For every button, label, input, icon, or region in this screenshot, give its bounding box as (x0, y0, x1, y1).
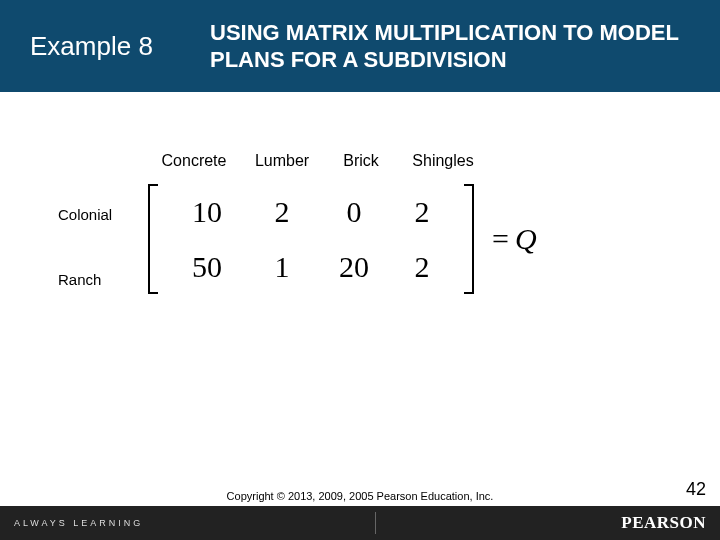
cell-r1c1: 10 (168, 195, 246, 229)
footer-separator-icon (375, 512, 376, 534)
matrix-column-headers: Concrete Lumber Brick Shingles (148, 152, 488, 170)
slide-title: USING MATRIX MULTIPLICATION TO MODEL PLA… (210, 19, 702, 74)
matrix-row-labels: Colonial Ranch (58, 202, 112, 288)
cell-r1c3: 0 (318, 195, 390, 229)
equals-sign: = (492, 222, 509, 256)
right-bracket-icon (460, 184, 474, 294)
row-label-ranch: Ranch (58, 271, 112, 288)
cell-r1c4: 2 (390, 195, 454, 229)
matrix-cells: 10 2 0 2 50 1 20 2 (162, 184, 460, 294)
row-label-colonial: Colonial (58, 206, 112, 223)
cell-r2c2: 1 (246, 250, 318, 284)
matrix-q: 10 2 0 2 50 1 20 2 = Q (148, 184, 537, 294)
copyright-text: Copyright © 2013, 2009, 2005 Pearson Edu… (227, 490, 494, 502)
col-header-concrete: Concrete (148, 152, 240, 170)
matrix-name-q: Q (515, 222, 537, 256)
col-header-lumber: Lumber (240, 152, 324, 170)
footer-bar: ALWAYS LEARNING PEARSON (0, 506, 720, 540)
cell-r1c2: 2 (246, 195, 318, 229)
equation-assignment: = Q (492, 222, 537, 256)
page-number: 42 (686, 479, 706, 500)
slide-content: Concrete Lumber Brick Shingles Colonial … (0, 92, 720, 152)
left-bracket-icon (148, 184, 162, 294)
example-label: Example 8 (30, 31, 210, 62)
cell-r2c4: 2 (390, 250, 454, 284)
col-header-brick: Brick (324, 152, 398, 170)
title-banner: Example 8 USING MATRIX MULTIPLICATION TO… (0, 0, 720, 92)
cell-r2c1: 50 (168, 250, 246, 284)
brand-logo: PEARSON (621, 513, 706, 533)
cell-r2c3: 20 (318, 250, 390, 284)
tagline: ALWAYS LEARNING (14, 518, 143, 528)
col-header-shingles: Shingles (398, 152, 488, 170)
